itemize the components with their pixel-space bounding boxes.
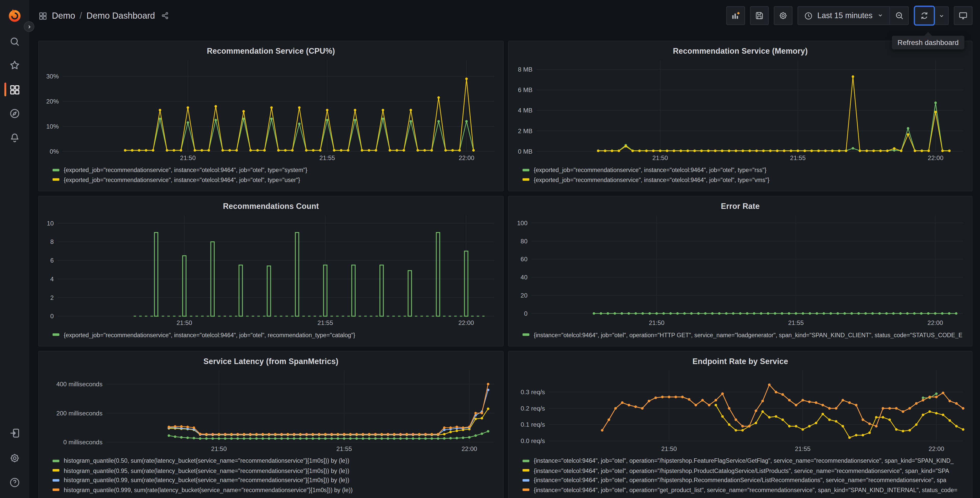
chart[interactable]: 024681021:5021:5522:00 xyxy=(44,213,498,327)
legend-item: {instance="otelcol:9464", job="otel", op… xyxy=(522,475,967,485)
legend-label[interactable]: {instance="otelcol:9464", job="otel", op… xyxy=(534,467,949,474)
save-icon xyxy=(754,11,764,21)
sidebar-item-help[interactable] xyxy=(0,476,29,489)
search-icon xyxy=(9,35,21,47)
dashboard-settings-button[interactable] xyxy=(773,6,792,25)
svg-text:0.0 req/s: 0.0 req/s xyxy=(521,437,545,444)
sidebar-item-sign-in[interactable] xyxy=(0,427,29,439)
legend-label[interactable]: {instance="otelcol:9464", job="otel", op… xyxy=(534,477,946,484)
panel-title[interactable]: Recommendation Service (CPU%) xyxy=(44,45,498,57)
legend-swatch xyxy=(522,488,529,491)
legend-label[interactable]: histogram_quantile(0.95, sum(rate(latenc… xyxy=(64,467,350,474)
chevron-down-icon xyxy=(938,12,945,19)
refresh-interval-dropdown[interactable] xyxy=(935,6,949,25)
legend-swatch xyxy=(522,460,529,462)
legend-label[interactable]: {exported_job="recommendationservice", i… xyxy=(534,166,767,173)
panel-title[interactable]: Service Latency (from SpanMetrics) xyxy=(44,355,498,368)
panel-3: Recommendations Count024681021:5021:5522… xyxy=(38,196,504,346)
svg-text:100: 100 xyxy=(517,220,528,227)
legend-swatch xyxy=(52,488,59,491)
add-panel-icon xyxy=(730,11,740,21)
legend-item: {instance="otelcol:9464", job="otel", op… xyxy=(522,466,967,475)
panel-title[interactable]: Error Rate xyxy=(514,200,967,213)
svg-text:40: 40 xyxy=(521,274,528,281)
svg-text:22:00: 22:00 xyxy=(458,155,474,161)
svg-text:8 MB: 8 MB xyxy=(518,66,532,73)
svg-text:6: 6 xyxy=(50,257,54,264)
legend-swatch xyxy=(52,479,59,481)
legend-swatch xyxy=(52,460,59,462)
sidebar-item-explore[interactable] xyxy=(0,107,29,120)
legend-label[interactable]: histogram_quantile(0.50, sum(rate(latenc… xyxy=(64,457,350,464)
chart[interactable]: 0 milliseconds200 milliseconds400 millis… xyxy=(44,368,498,453)
gear-icon xyxy=(9,452,21,464)
legend-swatch xyxy=(52,469,59,472)
breadcrumb-page[interactable]: Demo Dashboard xyxy=(86,11,155,21)
legend-label[interactable]: {exported_job="recommendationservice", i… xyxy=(534,176,770,183)
zoom-out-button[interactable] xyxy=(890,6,909,25)
sidebar-item-configuration[interactable] xyxy=(0,452,29,464)
save-dashboard-button[interactable] xyxy=(750,6,768,25)
sidebar-item-alerting[interactable] xyxy=(0,131,29,144)
chart[interactable]: 0 MB2 MB4 MB6 MB8 MB21:5021:5522:00 xyxy=(514,57,967,163)
svg-text:30%: 30% xyxy=(46,73,59,80)
panel-title[interactable]: Endpoint Rate by Service xyxy=(514,355,967,368)
chart[interactable]: 02040608010021:5021:5522:00 xyxy=(514,213,967,327)
sidebar-item-dashboards[interactable] xyxy=(0,83,29,96)
svg-text:20: 20 xyxy=(521,292,528,299)
zoom-out-icon xyxy=(894,11,904,21)
legend-label[interactable]: histogram_quantile(0.99, sum(rate(latenc… xyxy=(64,477,350,484)
svg-text:22:00: 22:00 xyxy=(458,319,474,326)
legend-swatch xyxy=(522,469,529,472)
svg-text:0 milliseconds: 0 milliseconds xyxy=(64,439,103,445)
svg-text:21:50: 21:50 xyxy=(652,155,668,161)
legend-label[interactable]: histogram_quantile(0.999, sum(rate(laten… xyxy=(64,487,353,493)
svg-text:21:55: 21:55 xyxy=(788,319,804,326)
star-icon xyxy=(9,59,21,71)
legend-swatch xyxy=(52,169,59,171)
svg-text:0%: 0% xyxy=(50,148,59,155)
legend-label[interactable]: {exported_job="recommendationservice", i… xyxy=(64,166,308,173)
sidebar-expand-button[interactable] xyxy=(24,21,35,32)
panel-4: Error Rate02040608010021:5021:5522:00{in… xyxy=(508,196,973,346)
header: Demo / Demo Dashboard Last 15 minutes xyxy=(29,0,980,31)
svg-text:0 MB: 0 MB xyxy=(518,148,532,155)
legend-label[interactable]: {exported_job="recommendationservice", i… xyxy=(64,331,355,338)
panel-6: Endpoint Rate by Service0.0 req/s0.1 req… xyxy=(508,351,973,498)
legend-item: {exported_job="recommendationservice", i… xyxy=(52,165,498,175)
sidebar-item-search[interactable] xyxy=(0,35,29,48)
chevron-right-icon xyxy=(26,24,32,30)
panel-title[interactable]: Recommendations Count xyxy=(44,200,498,213)
grafana-logo[interactable] xyxy=(7,7,22,23)
legend-label[interactable]: {instance="otelcol:9464", job="otel", op… xyxy=(534,457,954,464)
legend-label[interactable]: {exported_job="recommendationservice", i… xyxy=(64,176,300,183)
legend-label[interactable]: {instance="otelcol:9464", job="otel", op… xyxy=(534,487,957,493)
cycle-view-mode-button[interactable] xyxy=(954,6,972,25)
chart[interactable]: 0%10%20%30%21:5021:5522:00 xyxy=(44,57,498,163)
chart[interactable]: 0.0 req/s0.1 req/s0.2 req/s0.3 req/s21:5… xyxy=(514,368,967,453)
legend-swatch xyxy=(522,179,529,181)
svg-text:21:50: 21:50 xyxy=(211,445,227,452)
time-range-picker[interactable]: Last 15 minutes xyxy=(797,6,890,25)
svg-text:2: 2 xyxy=(50,294,54,301)
sidebar-item-starred[interactable] xyxy=(0,59,29,72)
legend-swatch xyxy=(522,169,529,171)
legend-item: histogram_quantile(0.50, sum(rate(latenc… xyxy=(52,456,498,466)
time-range-label: Last 15 minutes xyxy=(817,11,872,20)
legend-label[interactable]: {instance="otelcol:9464", job="otel", op… xyxy=(534,331,963,338)
breadcrumb-section[interactable]: Demo xyxy=(52,11,75,21)
dashboards-grid-icon xyxy=(38,11,48,21)
svg-text:0.3 req/s: 0.3 req/s xyxy=(521,389,545,396)
svg-text:22:00: 22:00 xyxy=(461,445,477,452)
help-icon xyxy=(9,477,21,488)
bell-icon xyxy=(9,132,21,144)
panel-legend: {instance="otelcol:9464", job="otel", op… xyxy=(514,456,967,495)
legend-item: {instance="otelcol:9464", job="otel", op… xyxy=(522,485,967,495)
refresh-dashboard-button[interactable] xyxy=(914,6,935,26)
share-dashboard-button[interactable] xyxy=(161,11,169,20)
add-panel-button[interactable] xyxy=(726,6,745,25)
legend-item: histogram_quantile(0.99, sum(rate(latenc… xyxy=(52,475,498,485)
svg-text:60: 60 xyxy=(521,255,528,263)
svg-text:20%: 20% xyxy=(46,98,59,105)
legend-item: {exported_job="recommendationservice", i… xyxy=(52,330,498,340)
